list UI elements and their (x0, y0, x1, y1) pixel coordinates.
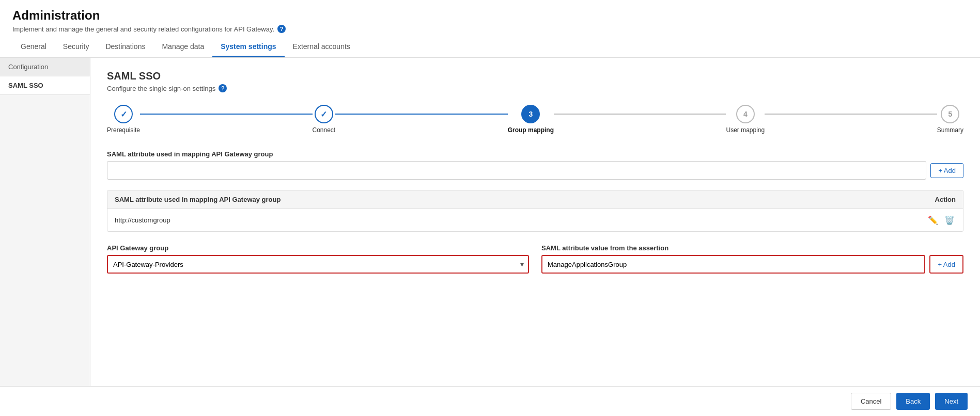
table-header-attr: SAML attribute used in mapping API Gatew… (115, 196, 281, 203)
delete-attr-button[interactable]: 🗑️ (943, 214, 956, 226)
sidebar-item-saml-sso[interactable]: SAML SSO (0, 76, 90, 95)
content-area: SAML SSO Configure the single sign-on se… (90, 58, 980, 407)
tab-destinations[interactable]: Destinations (97, 37, 153, 57)
connector-1-2 (140, 114, 312, 115)
tab-system-settings[interactable]: System settings (212, 37, 284, 57)
connector-2-3 (335, 114, 507, 115)
edit-attr-button[interactable]: ✏️ (927, 214, 939, 226)
api-gateway-group-select[interactable]: API-Gateway-Providers (107, 255, 529, 274)
add-mapping-button[interactable]: + Add (929, 255, 963, 274)
step-prerequisite: ✓ Prerequisite (107, 105, 140, 134)
tab-general[interactable]: General (12, 37, 55, 57)
step-label-5: Summary (937, 126, 963, 134)
footer: Cancel Back Next (0, 386, 980, 407)
saml-attribute-input[interactable] (107, 161, 926, 180)
sidebar: Configuration SAML SSO (0, 58, 90, 407)
step-connect: ✓ Connect (313, 105, 336, 134)
add-saml-attribute-button[interactable]: + Add (930, 163, 963, 178)
step-summary: 5 Summary (937, 105, 963, 134)
table-row-actions: ✏️ 🗑️ (927, 214, 956, 226)
cancel-button[interactable]: Cancel (851, 393, 891, 407)
step-label-4: User mapping (726, 126, 765, 134)
saml-attribute-field-label: SAML attribute used in mapping API Gatew… (107, 150, 963, 158)
page-header: Administration Implement and manage the … (0, 0, 980, 33)
step-label-1: Prerequisite (107, 126, 140, 134)
step-circle-5: 5 (941, 105, 959, 123)
tabs: General Security Destinations Manage dat… (0, 37, 980, 58)
section-subtitle: Configure the single sign-on settings ? (107, 84, 963, 92)
back-button[interactable]: Back (896, 393, 930, 407)
tab-external-accounts[interactable]: External accounts (285, 37, 359, 57)
step-circle-1: ✓ (114, 105, 133, 123)
next-button[interactable]: Next (935, 393, 968, 407)
check-icon-2: ✓ (320, 109, 327, 119)
api-gateway-group-select-wrapper: API-Gateway-Providers (107, 255, 529, 274)
stepper: ✓ Prerequisite ✓ Connect 3 Group mapping (107, 105, 963, 134)
saml-assertion-label: SAML attribute value from the assertion (541, 244, 963, 252)
mapping-row: API Gateway group API-Gateway-Providers … (107, 244, 963, 274)
api-gateway-group-field: API Gateway group API-Gateway-Providers (107, 244, 529, 274)
step-user-mapping: 4 User mapping (726, 105, 765, 134)
main-layout: Configuration SAML SSO SAML SSO Configur… (0, 58, 980, 407)
section-title: SAML SSO (107, 70, 963, 82)
tab-security[interactable]: Security (55, 37, 98, 57)
step-group-mapping: 3 Group mapping (508, 105, 554, 134)
header-help-icon[interactable]: ? (277, 25, 286, 33)
table-cell-attr-value: http://customgroup (115, 216, 170, 224)
step-label-2: Connect (313, 126, 336, 134)
api-gateway-group-label: API Gateway group (107, 244, 529, 252)
step-circle-3: 3 (521, 105, 540, 123)
table-header-row: SAML attribute used in mapping API Gatew… (107, 190, 963, 209)
saml-assertion-input[interactable] (541, 255, 925, 274)
sidebar-section-configuration: Configuration (0, 58, 90, 76)
section-help-icon[interactable]: ? (219, 84, 227, 92)
tab-manage-data[interactable]: Manage data (153, 37, 212, 57)
step-label-3: Group mapping (508, 126, 554, 134)
saml-attribute-input-row: + Add (107, 161, 963, 180)
check-icon-1: ✓ (120, 109, 127, 119)
step-circle-4: 4 (736, 105, 755, 123)
saml-assertion-field: SAML attribute value from the assertion … (541, 244, 963, 274)
page-title: Administration (12, 8, 968, 23)
saml-attribute-table: SAML attribute used in mapping API Gatew… (107, 190, 963, 232)
page-subtitle: Implement and manage the general and sec… (12, 25, 968, 33)
step-circle-2: ✓ (315, 105, 333, 123)
table-header-action: Action (935, 196, 956, 203)
connector-4-5 (765, 114, 937, 115)
connector-3-4 (554, 114, 726, 115)
table-row: http://customgroup ✏️ 🗑️ (107, 209, 963, 231)
